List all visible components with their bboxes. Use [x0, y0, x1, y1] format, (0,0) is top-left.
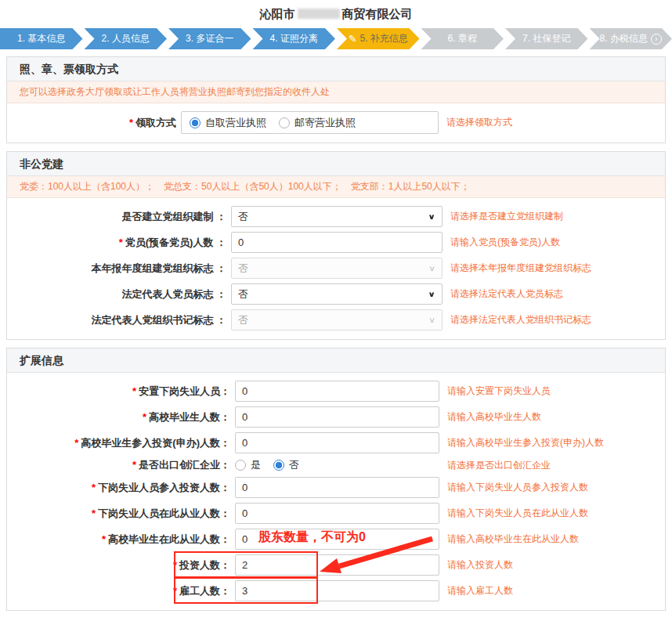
section-license-pickup-note: 您可以选择政务大厅领取或让工作人员将营业执照邮寄到您指定的收件人处	[7, 81, 665, 103]
radio-self-pickup[interactable]	[190, 117, 201, 128]
form-content: 照、章、票领取方式 您可以选择政务大厅领取或让工作人员将营业执照邮寄到您指定的收…	[0, 56, 672, 621]
laid-off-placed-row: *安置下岗失业人员： 请输入安置下岗失业人员	[7, 378, 665, 404]
party-member-count-input[interactable]	[231, 232, 443, 253]
section-party-building-header: 非公党建	[7, 152, 665, 176]
graduate-investor-count-input[interactable]	[235, 432, 439, 453]
required-mark: *	[132, 459, 136, 471]
registration-wizard-page: 沁阳市商贸有限公司 1. 基本信息 2. 人员信息 3. 多证合一 4. 证照分…	[0, 0, 672, 621]
radio-export-no[interactable]	[273, 460, 284, 471]
legal-rep-party-flag-select[interactable]: 否 ∨	[231, 283, 443, 305]
step-nav: 1. 基本信息 2. 人员信息 3. 多证合一 4. 证照分离 ✎ 5. 补充信…	[0, 28, 672, 49]
step-tax-info[interactable]: 8. 办税信息 ›	[590, 28, 672, 49]
graduate-employee-count-row: *高校毕业生在此从业人数： 请输入高校毕业生在此从业人数 股东数量，不可为0	[7, 526, 665, 552]
page-title: 沁阳市商贸有限公司	[0, 0, 672, 26]
investor-count-row: *投资人数： 请输入投资人数	[7, 552, 665, 578]
step-license-separation[interactable]: 4. 证照分离	[253, 28, 336, 49]
employee-count-input[interactable]	[235, 580, 439, 601]
step-basic-info[interactable]: 1. 基本信息	[0, 28, 83, 49]
investor-count-input[interactable]	[235, 554, 439, 576]
company-name-prefix: 沁阳市	[260, 7, 295, 20]
legal-rep-secretary-flag-select: 否 ∨	[231, 309, 443, 330]
chevron-down-icon: ∨	[428, 290, 435, 298]
pickup-method-group: 自取营业执照 邮寄营业执照	[181, 111, 439, 134]
employee-count-row: *雇工人数： 请输入雇工人数	[7, 578, 665, 604]
chevron-down-icon: ∨	[428, 212, 435, 221]
required-mark: *	[92, 482, 96, 493]
radio-export-no-label[interactable]: 否	[289, 458, 299, 472]
step-personnel-info[interactable]: 2. 人员信息	[85, 28, 168, 49]
section-extended-info: 扩展信息 *安置下岗失业人员： 请输入安置下岗失业人员 *高校毕业生人数： 请输…	[6, 348, 666, 611]
section-party-building: 非公党建 党委：100人以上（含100人）； 党总支：50人以上（含50人）10…	[6, 151, 666, 340]
section-license-pickup: 照、章、票领取方式 您可以选择政务大厅领取或让工作人员将营业执照邮寄到您指定的收…	[6, 56, 666, 143]
required-mark: *	[102, 533, 106, 545]
radio-mail-license[interactable]	[279, 117, 290, 128]
graduate-count-row: *高校毕业生人数： 请输入高校毕业生人数	[7, 404, 665, 430]
graduate-investor-count-row: *高校毕业生参入投资(申办)人数： 请输入高校毕业生参入投资(申办)人数	[7, 430, 665, 456]
laid-off-employee-count-row: *下岗失业人员在此从业人数： 请输入下岗失业人员在此从业人数	[7, 500, 665, 526]
chevron-down-icon: ∨	[428, 316, 435, 324]
graduate-count-input[interactable]	[235, 406, 439, 428]
section-party-building-note: 党委：100人以上（含100人）； 党总支：50人以上（含50人）100人以下；…	[7, 176, 665, 198]
required-mark: *	[74, 437, 78, 449]
annual-org-flag-select: 否 ∨	[231, 258, 443, 279]
export-enterprise-row: *是否出口创汇企业： 是 否 请选择是否出口创汇企业	[7, 456, 665, 475]
legal-rep-secretary-flag-row: 法定代表人党组织书记标志 ： 否 ∨ 请选择法定代表人党组织书记标志	[7, 307, 665, 333]
laid-off-employee-count-input[interactable]	[235, 503, 439, 524]
pickup-method-row: *领取方式 自取营业执照 邮寄营业执照 请选择领取方式	[7, 109, 665, 136]
laid-off-investor-count-input[interactable]	[235, 477, 439, 498]
step-multi-cert[interactable]: 3. 多证合一	[168, 28, 251, 49]
required-mark: *	[119, 236, 123, 248]
radio-mail-license-label[interactable]: 邮寄营业执照	[294, 116, 356, 130]
pickup-method-label: *领取方式	[7, 116, 181, 130]
shareholder-annotation: 股东数量，不可为0	[258, 529, 366, 546]
radio-self-pickup-label[interactable]: 自取营业执照	[205, 116, 266, 130]
step-supplementary-info[interactable]: ✎ 5. 补充信息	[337, 28, 420, 49]
laid-off-investor-count-row: *下岗失业人员参入投资人数： 请输入下岗失业人员参入投资人数	[7, 475, 665, 500]
section-extended-info-header: 扩展信息	[7, 348, 665, 373]
party-member-count-row: *党员(预备党员)人数 ： 请输入党员(预备党员)人数	[7, 229, 665, 255]
pencil-icon: ✎	[349, 33, 357, 45]
legal-rep-party-flag-row: 法定代表人党员标志 ： 否 ∨ 请选择法定代表人党员标志	[7, 281, 665, 307]
annual-org-flag-row: 本年报年度组建党组织标志 ： 否 ∨ 请选择本年报年度组建党组织标志	[7, 255, 665, 281]
chevron-down-icon: ∨	[428, 264, 435, 273]
required-mark: *	[143, 411, 146, 423]
laid-off-placed-input[interactable]	[235, 381, 439, 402]
step-social-security[interactable]: 7. 社保登记	[505, 28, 588, 49]
required-mark: *	[173, 585, 177, 597]
party-org-established-row: 是否建立党组织建制 ： 否 ∨ 请选择是否建立党组织建制	[7, 204, 665, 229]
company-name-redacted	[298, 9, 340, 19]
company-name-suffix: 商贸有限公司	[342, 7, 413, 20]
radio-export-yes[interactable]	[235, 460, 246, 471]
required-mark: *	[92, 507, 96, 519]
radio-export-yes-label[interactable]: 是	[251, 458, 261, 472]
pickup-method-hint: 请选择领取方式	[446, 116, 512, 129]
export-enterprise-group: 是 否	[235, 458, 439, 472]
arrow-circle-icon: ›	[651, 34, 662, 45]
section-license-pickup-header: 照、章、票领取方式	[7, 57, 665, 81]
step-charter[interactable]: 6. 章程	[421, 28, 504, 49]
required-mark: *	[129, 117, 133, 128]
party-org-established-select[interactable]: 否 ∨	[231, 206, 443, 227]
required-mark: *	[173, 559, 177, 571]
required-mark: *	[132, 385, 136, 397]
